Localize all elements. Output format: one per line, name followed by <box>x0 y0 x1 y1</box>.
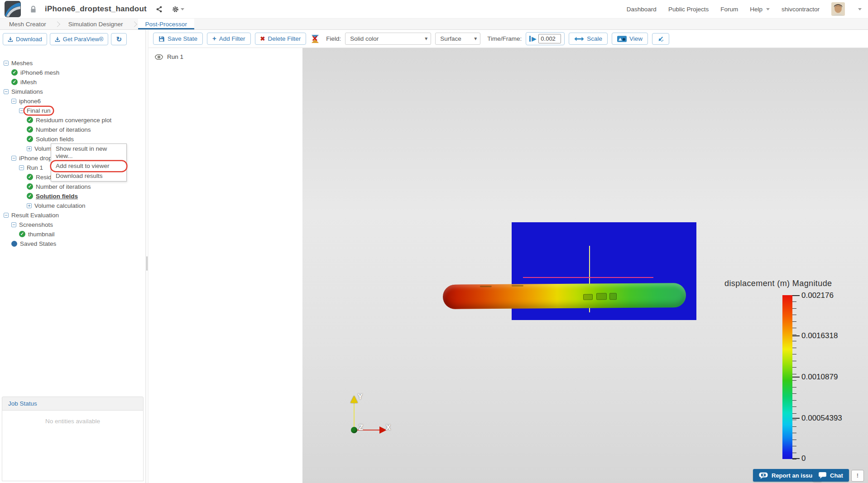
simscale-logo-icon[interactable] <box>5 1 21 17</box>
collapse-icon[interactable] <box>4 213 9 218</box>
refresh-icon: ↻ <box>116 36 122 42</box>
gear-icon[interactable] <box>172 5 184 13</box>
refresh-button[interactable]: ↻ <box>111 33 127 45</box>
tab-simulation-designer[interactable]: Simulation Designer <box>61 19 130 29</box>
tab-post-processor[interactable]: Post-Processor <box>138 19 194 29</box>
tree-item-volume-2[interactable]: Volume calculation <box>0 201 145 210</box>
nav-help[interactable]: Help <box>750 6 770 13</box>
visibility-eye-icon[interactable] <box>155 54 163 60</box>
chat-bubble-icon <box>819 472 826 478</box>
nav-public-projects[interactable]: Public Projects <box>668 6 709 13</box>
panel-splitter[interactable] <box>146 30 149 483</box>
tree-item-solution-fields-2[interactable]: Solution fields <box>0 191 145 201</box>
nav-username[interactable]: shivcontractor <box>782 6 820 13</box>
time-frame-group: ▶ <box>526 32 565 45</box>
tab-mesh-creator[interactable]: Mesh Creator <box>2 19 53 29</box>
download-label: Download <box>16 36 42 43</box>
tree-item-residuum-plot-1[interactable]: Residuum convergence plot <box>0 115 145 124</box>
scale-button[interactable]: Scale <box>569 33 608 45</box>
get-paraview-label: Get ParaView® <box>63 36 104 43</box>
legend-title: displacement (m) Magnitude <box>724 279 865 288</box>
tree-label: iphone6 <box>19 98 41 105</box>
representation-select[interactable]: Surface <box>435 33 480 45</box>
z-axis-label: Z <box>359 424 363 432</box>
account-caret-icon[interactable] <box>858 8 862 10</box>
play-icon[interactable]: ▶ <box>529 36 536 42</box>
view-label: View <box>629 35 643 42</box>
tree-item-final-run[interactable]: Final run <box>0 106 145 115</box>
left-panel: Download Get ParaView® ↻ Meshes iPhone6 … <box>0 30 146 483</box>
download-button[interactable]: Download <box>3 33 47 45</box>
tree-item-saved-states[interactable]: Saved States <box>0 239 145 248</box>
nav-forum[interactable]: Forum <box>720 6 738 13</box>
x-axis-label: X <box>386 424 391 432</box>
gear-caret-icon <box>181 8 184 10</box>
colorbar-major-tick <box>792 377 800 378</box>
tree-item-iphone6[interactable]: iphone6 <box>0 96 145 105</box>
menu-item-show-result-new-view[interactable]: Show result in new view... <box>51 144 126 161</box>
add-filter-button[interactable]: Add Filter <box>207 33 251 45</box>
tree-item-solution-fields-1[interactable]: Solution fields <box>0 134 145 143</box>
colorbar-major-tick <box>792 458 800 459</box>
delete-x-icon <box>260 35 265 42</box>
share-icon[interactable] <box>156 6 163 13</box>
pipeline-item-label: Run 1 <box>167 53 183 60</box>
delete-filter-button[interactable]: Delete Filter <box>255 33 307 45</box>
colorbar-label: 0.00054393 <box>801 414 842 423</box>
tree-item-thumbnail[interactable]: thumbnail <box>0 230 145 239</box>
success-check-icon <box>11 79 18 85</box>
tree-item-meshes[interactable]: Meshes <box>0 58 145 67</box>
iphone-model <box>443 283 686 309</box>
menu-item-add-result-to-viewer[interactable]: Add result to viewer <box>51 161 126 171</box>
save-icon <box>158 36 165 42</box>
field-select[interactable]: Solid color <box>345 33 431 45</box>
tree-item-iphone6-mesh[interactable]: iPhone6 mesh <box>0 68 145 77</box>
tree-label: Solution fields <box>36 136 74 143</box>
save-state-button[interactable]: Save State <box>153 33 203 45</box>
red-x-icon: ✕ <box>312 35 318 43</box>
job-status-panel: Job Status No entities available <box>2 397 144 481</box>
collapse-icon[interactable] <box>19 165 24 170</box>
collapse-icon[interactable] <box>11 222 16 227</box>
saved-states-dot-icon <box>11 241 17 247</box>
chat-button[interactable]: Chat <box>813 469 849 482</box>
colorbar-label: 0.0010879 <box>801 373 838 382</box>
pipeline-item-run-1[interactable]: Run 1 <box>155 53 296 60</box>
center-axis-horizontal-line <box>523 277 653 278</box>
pipeline-browser: Run 1 <box>149 48 302 483</box>
phone-port-detail <box>583 294 593 300</box>
colorbar-label-min: 0 <box>801 454 806 463</box>
viewport-3d[interactable]: displacement (m) Magnitude 0.002176 0.00… <box>302 48 868 483</box>
tree-item-iterations-2[interactable]: Number of iterations <box>0 182 145 191</box>
expand-icon[interactable] <box>27 146 32 151</box>
workflow-tabbar: Mesh Creator Simulation Designer Post-Pr… <box>0 18 868 30</box>
get-paraview-button[interactable]: Get ParaView® <box>50 33 109 45</box>
menu-item-download-results[interactable]: Download results <box>51 171 126 181</box>
view-button[interactable]: View <box>612 33 648 45</box>
view-icon <box>617 36 627 42</box>
nav-dashboard[interactable]: Dashboard <box>627 6 657 13</box>
collapse-icon[interactable] <box>19 108 24 113</box>
clear-filter-icon[interactable]: ✕ <box>311 34 319 43</box>
time-frame-input[interactable] <box>538 34 561 43</box>
collapse-icon[interactable] <box>4 61 9 66</box>
tree-item-screenshots[interactable]: Screenshots <box>0 220 145 229</box>
tree-label: Number of iterations <box>36 183 91 190</box>
tree-item-result-evaluation[interactable]: Result Evaluation <box>0 210 145 220</box>
field-label: Field: <box>326 35 341 42</box>
tree-item-imesh[interactable]: iMesh <box>0 77 145 86</box>
alert-badge[interactable]: ! <box>851 470 864 482</box>
fit-view-button[interactable] <box>652 33 669 45</box>
collapse-icon[interactable] <box>4 89 9 94</box>
avatar[interactable] <box>831 2 845 16</box>
colorbar-major-tick <box>792 335 800 336</box>
tree-item-simulations[interactable]: Simulations <box>0 87 145 96</box>
success-check-icon <box>27 174 33 180</box>
collapse-icon[interactable] <box>11 99 16 104</box>
collapse-icon[interactable] <box>11 156 16 161</box>
expand-icon[interactable] <box>27 203 32 208</box>
success-check-icon <box>27 193 33 199</box>
report-issue-button[interactable]: Report an issue <box>753 469 822 482</box>
y-axis-arrow-icon <box>350 396 358 403</box>
tree-item-iterations-1[interactable]: Number of iterations <box>0 125 145 134</box>
